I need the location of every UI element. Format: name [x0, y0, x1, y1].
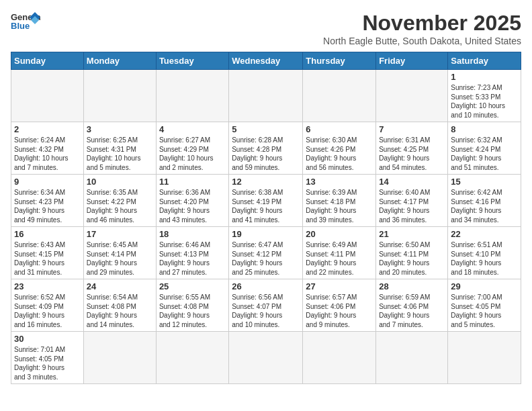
calendar-week-row: 2Sunrise: 6:24 AM Sunset: 4:32 PM Daylig… — [11, 122, 521, 175]
day-info: Sunrise: 6:50 AM Sunset: 4:11 PM Dayligh… — [379, 240, 445, 277]
day-info: Sunrise: 6:25 AM Sunset: 4:31 PM Dayligh… — [87, 136, 153, 172]
calendar-week-row: 1Sunrise: 7:23 AM Sunset: 5:33 PM Daylig… — [11, 70, 521, 122]
calendar-cell: 24Sunrise: 6:54 AM Sunset: 4:08 PM Dayli… — [83, 279, 156, 332]
calendar-cell — [376, 332, 448, 384]
calendar-cell: 3Sunrise: 6:25 AM Sunset: 4:31 PM Daylig… — [83, 122, 156, 175]
calendar-cell — [303, 332, 376, 384]
calendar-cell — [229, 70, 303, 122]
day-number: 12 — [232, 177, 300, 187]
logo: General Blue — [11, 11, 40, 31]
day-number: 15 — [451, 177, 518, 187]
day-info: Sunrise: 6:36 AM Sunset: 4:20 PM Dayligh… — [159, 188, 226, 224]
day-info: Sunrise: 6:49 AM Sunset: 4:11 PM Dayligh… — [306, 240, 373, 277]
calendar-cell: 28Sunrise: 6:59 AM Sunset: 4:06 PM Dayli… — [376, 279, 448, 332]
day-info: Sunrise: 6:46 AM Sunset: 4:13 PM Dayligh… — [159, 240, 226, 277]
calendar-cell — [229, 332, 303, 384]
day-number: 24 — [87, 281, 153, 291]
day-info: Sunrise: 6:43 AM Sunset: 4:15 PM Dayligh… — [14, 240, 81, 277]
calendar-cell: 15Sunrise: 6:42 AM Sunset: 4:16 PM Dayli… — [448, 175, 521, 227]
month-title: November 2025 — [323, 11, 521, 36]
calendar-cell: 7Sunrise: 6:31 AM Sunset: 4:25 PM Daylig… — [376, 122, 448, 175]
day-number: 25 — [159, 281, 226, 291]
calendar-cell: 20Sunrise: 6:49 AM Sunset: 4:11 PM Dayli… — [303, 227, 376, 279]
day-info: Sunrise: 6:34 AM Sunset: 4:23 PM Dayligh… — [14, 188, 81, 224]
calendar-cell: 27Sunrise: 6:57 AM Sunset: 4:06 PM Dayli… — [303, 279, 376, 332]
day-info: Sunrise: 6:31 AM Sunset: 4:25 PM Dayligh… — [379, 136, 445, 172]
day-number: 9 — [14, 177, 81, 187]
day-info: Sunrise: 6:52 AM Sunset: 4:09 PM Dayligh… — [14, 293, 81, 329]
day-info: Sunrise: 6:59 AM Sunset: 4:06 PM Dayligh… — [379, 293, 445, 329]
calendar-week-row: 16Sunrise: 6:43 AM Sunset: 4:15 PM Dayli… — [11, 227, 521, 279]
day-number: 20 — [306, 229, 373, 239]
day-info: Sunrise: 6:24 AM Sunset: 4:32 PM Dayligh… — [14, 136, 81, 172]
calendar-cell: 26Sunrise: 6:56 AM Sunset: 4:07 PM Dayli… — [229, 279, 303, 332]
calendar-cell: 11Sunrise: 6:36 AM Sunset: 4:20 PM Dayli… — [156, 175, 228, 227]
calendar-cell — [83, 332, 156, 384]
column-header-tuesday: Tuesday — [156, 52, 228, 70]
day-number: 4 — [159, 124, 226, 134]
calendar-cell: 9Sunrise: 6:34 AM Sunset: 4:23 PM Daylig… — [11, 175, 84, 227]
day-number: 27 — [306, 281, 373, 291]
day-number: 8 — [451, 124, 518, 134]
calendar-cell: 25Sunrise: 6:55 AM Sunset: 4:08 PM Dayli… — [156, 279, 228, 332]
calendar-cell: 13Sunrise: 6:39 AM Sunset: 4:18 PM Dayli… — [303, 175, 376, 227]
day-info: Sunrise: 6:54 AM Sunset: 4:08 PM Dayligh… — [87, 293, 153, 329]
calendar-cell — [11, 70, 84, 122]
calendar-week-row: 23Sunrise: 6:52 AM Sunset: 4:09 PM Dayli… — [11, 279, 521, 332]
day-info: Sunrise: 6:56 AM Sunset: 4:07 PM Dayligh… — [232, 293, 300, 329]
column-header-saturday: Saturday — [448, 52, 521, 70]
day-info: Sunrise: 6:38 AM Sunset: 4:19 PM Dayligh… — [232, 188, 300, 224]
day-info: Sunrise: 6:47 AM Sunset: 4:12 PM Dayligh… — [232, 240, 300, 277]
calendar-cell — [303, 70, 376, 122]
day-number: 2 — [14, 124, 81, 134]
day-number: 11 — [159, 177, 226, 187]
title-area: November 2025 North Eagle Butte, South D… — [323, 11, 521, 46]
day-number: 16 — [14, 229, 81, 239]
calendar-cell: 2Sunrise: 6:24 AM Sunset: 4:32 PM Daylig… — [11, 122, 84, 175]
calendar-cell: 22Sunrise: 6:51 AM Sunset: 4:10 PM Dayli… — [448, 227, 521, 279]
day-number: 13 — [306, 177, 373, 187]
calendar-cell — [83, 70, 156, 122]
column-header-monday: Monday — [83, 52, 156, 70]
calendar-cell: 5Sunrise: 6:28 AM Sunset: 4:28 PM Daylig… — [229, 122, 303, 175]
calendar-week-row: 9Sunrise: 6:34 AM Sunset: 4:23 PM Daylig… — [11, 175, 521, 227]
calendar-cell: 10Sunrise: 6:35 AM Sunset: 4:22 PM Dayli… — [83, 175, 156, 227]
day-info: Sunrise: 7:01 AM Sunset: 4:05 PM Dayligh… — [14, 345, 81, 381]
calendar-cell: 6Sunrise: 6:30 AM Sunset: 4:26 PM Daylig… — [303, 122, 376, 175]
calendar-cell: 14Sunrise: 6:40 AM Sunset: 4:17 PM Dayli… — [376, 175, 448, 227]
page-header: General Blue November 2025 North Eagle B… — [11, 11, 521, 46]
calendar-cell: 21Sunrise: 6:50 AM Sunset: 4:11 PM Dayli… — [376, 227, 448, 279]
calendar-week-row: 30Sunrise: 7:01 AM Sunset: 4:05 PM Dayli… — [11, 332, 521, 384]
calendar-cell — [376, 70, 448, 122]
day-number: 3 — [87, 124, 153, 134]
day-info: Sunrise: 6:51 AM Sunset: 4:10 PM Dayligh… — [451, 240, 518, 277]
day-number: 29 — [451, 281, 518, 291]
day-info: Sunrise: 6:40 AM Sunset: 4:17 PM Dayligh… — [379, 188, 445, 224]
day-info: Sunrise: 6:32 AM Sunset: 4:24 PM Dayligh… — [451, 136, 518, 172]
day-number: 21 — [379, 229, 445, 239]
day-number: 19 — [232, 229, 300, 239]
day-info: Sunrise: 6:57 AM Sunset: 4:06 PM Dayligh… — [306, 293, 373, 329]
calendar-cell: 8Sunrise: 6:32 AM Sunset: 4:24 PM Daylig… — [448, 122, 521, 175]
calendar-cell: 29Sunrise: 7:00 AM Sunset: 4:05 PM Dayli… — [448, 279, 521, 332]
calendar-cell — [156, 70, 228, 122]
calendar-cell: 1Sunrise: 7:23 AM Sunset: 5:33 PM Daylig… — [448, 70, 521, 122]
day-number: 18 — [159, 229, 226, 239]
day-info: Sunrise: 6:27 AM Sunset: 4:29 PM Dayligh… — [159, 136, 226, 172]
day-number: 7 — [379, 124, 445, 134]
calendar-cell: 16Sunrise: 6:43 AM Sunset: 4:15 PM Dayli… — [11, 227, 84, 279]
day-info: Sunrise: 7:23 AM Sunset: 5:33 PM Dayligh… — [451, 83, 518, 120]
column-header-friday: Friday — [376, 52, 448, 70]
calendar-cell: 18Sunrise: 6:46 AM Sunset: 4:13 PM Dayli… — [156, 227, 228, 279]
day-info: Sunrise: 6:45 AM Sunset: 4:14 PM Dayligh… — [87, 240, 153, 277]
day-number: 23 — [14, 281, 81, 291]
column-header-thursday: Thursday — [303, 52, 376, 70]
calendar-cell: 23Sunrise: 6:52 AM Sunset: 4:09 PM Dayli… — [11, 279, 84, 332]
day-info: Sunrise: 6:39 AM Sunset: 4:18 PM Dayligh… — [306, 188, 373, 224]
calendar-header-row: SundayMondayTuesdayWednesdayThursdayFrid… — [11, 52, 521, 70]
day-info: Sunrise: 6:30 AM Sunset: 4:26 PM Dayligh… — [306, 136, 373, 172]
location-title: North Eagle Butte, South Dakota, United … — [323, 36, 521, 46]
calendar-cell: 30Sunrise: 7:01 AM Sunset: 4:05 PM Dayli… — [11, 332, 84, 384]
calendar-cell: 19Sunrise: 6:47 AM Sunset: 4:12 PM Dayli… — [229, 227, 303, 279]
column-header-wednesday: Wednesday — [229, 52, 303, 70]
